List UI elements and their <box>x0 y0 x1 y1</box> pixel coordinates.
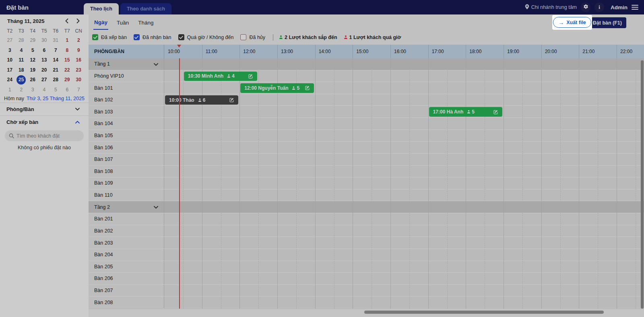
calendar-day[interactable]: 1 <box>4 85 16 95</box>
edit-icon[interactable] <box>493 109 498 115</box>
calendar-day[interactable]: 4 <box>16 45 27 56</box>
table-row[interactable]: Bàn 107 <box>89 154 644 166</box>
table-row[interactable]: Bàn 110 <box>89 189 644 202</box>
table-row[interactable]: Bàn 204 <box>89 249 644 261</box>
legend-item[interactable]: Đã nhận bàn <box>134 34 171 40</box>
calendar-day[interactable]: 3 <box>4 45 16 56</box>
calendar-day[interactable]: 29 <box>62 75 73 85</box>
calendar-day[interactable]: 7 <box>73 85 85 95</box>
checkbox-checked-icon[interactable] <box>134 34 140 40</box>
table-row[interactable]: Bàn 109 <box>89 177 644 189</box>
calendar-day[interactable]: 18 <box>16 65 27 75</box>
booking-event[interactable]: 10:00 Thảo6 <box>165 95 238 105</box>
calendar-day[interactable]: 28 <box>16 35 27 45</box>
calendar-day[interactable]: 10 <box>4 55 16 65</box>
table-row[interactable]: Bàn 103 <box>89 106 644 118</box>
checkbox-unchecked-icon[interactable] <box>240 34 246 40</box>
table-row[interactable]: Bàn 201 <box>89 213 644 225</box>
edit-icon[interactable] <box>248 74 253 79</box>
calendar-day[interactable]: 13 <box>39 55 50 65</box>
table-row[interactable]: Bàn 106 <box>89 142 644 154</box>
calendar-day[interactable]: 27 <box>4 35 16 45</box>
table-row[interactable]: Bàn 205 <box>89 261 644 273</box>
settings-button[interactable] <box>581 2 590 12</box>
calendar-day[interactable]: 24 <box>4 75 16 85</box>
table-row[interactable]: Bàn 207 <box>89 285 644 297</box>
calendar-day[interactable]: 1 <box>62 35 73 45</box>
calendar-day[interactable]: 30 <box>73 75 85 85</box>
calendar-day[interactable]: 3 <box>27 85 39 95</box>
booking-event[interactable]: 17:00 Hà Anh5 <box>429 107 502 117</box>
today-date-link[interactable]: Thứ 3, 25 Tháng 11, 2025 <box>27 96 85 101</box>
export-file-button[interactable]: → Xuất file <box>553 17 591 28</box>
view-tab-ngày[interactable]: Ngày <box>93 16 108 30</box>
floor-group-row[interactable]: Tầng 2 <box>89 201 644 213</box>
table-row[interactable]: Bàn 105 <box>89 130 644 142</box>
calendar-day[interactable]: 30 <box>39 35 50 45</box>
booking-event[interactable]: 12:00 Nguyễn Tuấn5 <box>240 83 314 93</box>
checkbox-checked-icon[interactable] <box>178 34 184 40</box>
calendar-day[interactable]: 15 <box>62 55 73 65</box>
calendar-day[interactable]: 20 <box>39 65 50 75</box>
chevron-down-icon[interactable] <box>154 204 158 210</box>
calendar-day[interactable]: 29 <box>27 35 39 45</box>
calendar-day[interactable]: 5 <box>27 45 39 56</box>
user-menu[interactable]: Admin <box>611 4 627 10</box>
topbar-tab-list[interactable]: Theo danh sách <box>120 3 171 14</box>
calendar-day[interactable]: 9 <box>73 45 85 56</box>
sidebar-section-rooms[interactable]: Phòng/Bàn <box>0 103 89 115</box>
legend-item[interactable]: Quá giờ / Không đến <box>178 34 234 40</box>
calendar-day[interactable]: 27 <box>39 75 50 85</box>
table-row[interactable]: Phòng VIP10 <box>89 70 644 82</box>
table-row[interactable]: Bàn 203 <box>89 237 644 249</box>
calendar-day[interactable]: 19 <box>27 65 39 75</box>
table-row[interactable]: Bàn 108 <box>89 166 644 178</box>
info-button[interactable]: i <box>594 2 604 12</box>
checkbox-checked-icon[interactable] <box>92 34 98 40</box>
calendar-day[interactable]: 2 <box>73 35 85 45</box>
hamburger-menu-icon[interactable] <box>632 5 638 10</box>
calendar-day[interactable]: 17 <box>4 65 16 75</box>
calendar-day[interactable]: 8 <box>62 45 73 56</box>
calendar-day[interactable]: 21 <box>50 65 62 75</box>
edit-icon[interactable] <box>229 97 234 103</box>
legend-item[interactable]: Đã hủy <box>240 34 265 40</box>
table-row[interactable]: Bàn 206 <box>89 273 644 285</box>
calendar-day[interactable]: 28 <box>50 75 62 85</box>
calendar-day[interactable]: 14 <box>50 55 62 65</box>
calendar-day[interactable]: 22 <box>62 65 73 75</box>
calendar-day[interactable]: 5 <box>50 85 62 95</box>
horizontal-scrollbar-thumb[interactable] <box>364 311 604 314</box>
booking-event[interactable]: 10:30 Minh Anh4 <box>184 72 257 81</box>
table-row[interactable]: Bàn 101 <box>89 82 644 94</box>
calendar-day[interactable]: 4 <box>39 85 50 95</box>
branch-selector[interactable]: Chi nhánh trung tâm <box>525 4 577 11</box>
calendar-day[interactable]: 7 <box>50 45 62 56</box>
vertical-scrollbar-thumb[interactable] <box>641 60 644 309</box>
search-input[interactable] <box>17 133 81 139</box>
calendar-day[interactable]: 6 <box>62 85 73 95</box>
view-tab-tuần[interactable]: Tuần <box>116 16 130 29</box>
floor-group-row[interactable]: Tầng 1 <box>89 58 644 70</box>
calendar-day[interactable]: 6 <box>39 45 50 56</box>
calendar-day[interactable]: 2 <box>16 85 27 95</box>
table-row[interactable]: Bàn 104 <box>89 118 644 130</box>
topbar-tab-calendar[interactable]: Theo lịch <box>84 3 119 14</box>
view-tab-tháng[interactable]: Tháng <box>137 16 154 29</box>
calendar-prev-button[interactable] <box>65 19 68 23</box>
horizontal-scrollbar[interactable] <box>89 309 644 317</box>
calendar-day[interactable]: 26 <box>27 75 39 85</box>
calendar-day[interactable]: 11 <box>16 55 27 65</box>
chevron-down-icon[interactable] <box>154 62 158 67</box>
table-row[interactable]: Bàn 202 <box>89 225 644 237</box>
calendar-day[interactable]: 23 <box>73 65 85 75</box>
legend-item[interactable]: Đã xếp bàn <box>92 34 127 40</box>
calendar-day[interactable]: 31 <box>50 35 62 45</box>
calendar-next-button[interactable] <box>76 19 80 23</box>
table-row[interactable]: Bàn 208 <box>89 296 644 309</box>
calendar-day[interactable]: 12 <box>27 55 39 65</box>
calendar-day[interactable]: 25 <box>16 75 27 85</box>
calendar-day[interactable]: 16 <box>73 55 85 65</box>
edit-icon[interactable] <box>305 85 310 91</box>
sidebar-section-waitlist[interactable]: Chờ xếp bàn <box>0 115 89 128</box>
